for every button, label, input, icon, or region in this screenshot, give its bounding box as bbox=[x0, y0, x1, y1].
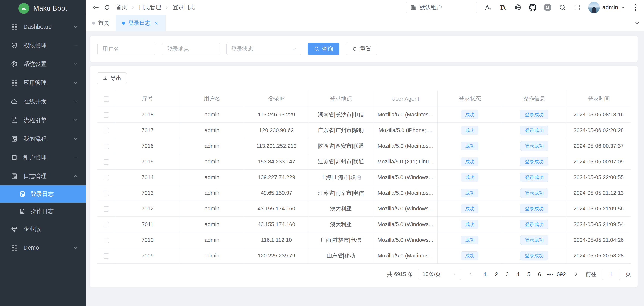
user-menu[interactable]: admin bbox=[588, 2, 626, 13]
operation-badge[interactable]: 登录成功 bbox=[520, 188, 548, 198]
row-checkbox[interactable] bbox=[104, 191, 109, 196]
sidebar-item-enterprise[interactable]: 企业版 bbox=[0, 220, 86, 238]
operation-badge[interactable]: 登录成功 bbox=[520, 141, 548, 151]
row-checkbox[interactable] bbox=[104, 206, 109, 212]
search-button[interactable] bbox=[558, 3, 566, 12]
operation-badge[interactable]: 登录成功 bbox=[520, 110, 548, 120]
pagination-total: 共 6915 条 bbox=[387, 270, 413, 278]
fold-menu-icon bbox=[92, 4, 99, 11]
page-number-2[interactable]: 2 bbox=[491, 269, 502, 279]
operation-badge[interactable]: 登录成功 bbox=[520, 173, 548, 182]
sidebar-item-label: 操作日志 bbox=[30, 207, 54, 215]
globe-icon bbox=[514, 4, 521, 11]
sidebar-item-app-management[interactable]: 应用管理 bbox=[0, 74, 86, 92]
fullscreen-button[interactable] bbox=[573, 3, 582, 12]
export-button[interactable]: 导出 bbox=[97, 72, 127, 84]
sidebar-item-my-workflow[interactable]: 我的流程 bbox=[0, 130, 86, 148]
refresh-button[interactable] bbox=[102, 2, 112, 13]
more-pages-button[interactable]: ••• bbox=[545, 269, 556, 279]
breadcrumb-home[interactable]: 首页 bbox=[116, 4, 127, 11]
tab-login-log[interactable]: 登录日志 bbox=[116, 15, 166, 31]
breadcrumb-current: 登录日志 bbox=[173, 4, 195, 11]
header-operation-info: 操作信息 bbox=[502, 91, 566, 107]
frame-icon bbox=[11, 154, 18, 161]
prev-page-button[interactable] bbox=[466, 269, 475, 279]
calendar-check-icon bbox=[11, 117, 18, 124]
sidebar-item-demo[interactable]: Demo bbox=[0, 238, 86, 257]
operation-badge[interactable]: 登录成功 bbox=[520, 204, 548, 214]
sidebar-item-workflow-engine[interactable]: 流程引擎 bbox=[0, 111, 86, 130]
language-button[interactable] bbox=[514, 3, 522, 12]
cell-username: admin bbox=[180, 201, 244, 217]
page-number-3[interactable]: 3 bbox=[502, 269, 512, 279]
row-checkbox[interactable] bbox=[104, 253, 109, 259]
translate-button[interactable] bbox=[484, 3, 492, 12]
sidebar-item-label: 应用管理 bbox=[24, 79, 73, 87]
font-size-button[interactable]: Tt bbox=[499, 3, 507, 12]
operation-badge[interactable]: 登录成功 bbox=[520, 220, 548, 229]
search-button-label: 查询 bbox=[322, 45, 333, 53]
tab-home[interactable]: 首页 bbox=[86, 15, 116, 31]
table-row: 7017 admin 120.230.90.62 广东省|广州市|移动 Mozi… bbox=[97, 123, 631, 138]
cell-login-time: 2024-05-05 21:12:13 bbox=[566, 185, 631, 201]
breadcrumb-section[interactable]: 日志管理 bbox=[139, 4, 161, 11]
operation-badge[interactable]: 登录成功 bbox=[520, 157, 548, 167]
row-checkbox[interactable] bbox=[104, 238, 109, 243]
row-checkbox[interactable] bbox=[104, 175, 109, 180]
login-location-input[interactable] bbox=[162, 43, 220, 55]
cell-login-ip: 113.201.252.219 bbox=[244, 138, 309, 154]
cell-username: admin bbox=[180, 185, 244, 201]
sidebar-item-online-dev[interactable]: 在线开发 bbox=[0, 92, 86, 111]
page-number-5[interactable]: 5 bbox=[523, 269, 534, 279]
next-page-button[interactable] bbox=[572, 269, 580, 279]
page-number-4[interactable]: 4 bbox=[512, 269, 523, 279]
row-checkbox[interactable] bbox=[104, 112, 109, 118]
sidebar-item-tenant-management[interactable]: 租户管理 bbox=[0, 148, 86, 167]
cell-user-agent: Mozilla/5.0 (Macintos... bbox=[373, 138, 438, 154]
operation-badge[interactable]: 登录成功 bbox=[520, 126, 548, 135]
sidebar-item-dashboard[interactable]: Dashboard bbox=[0, 18, 86, 36]
gitee-button[interactable]: G bbox=[544, 3, 552, 12]
cloud-icon bbox=[11, 98, 18, 105]
username-input[interactable] bbox=[97, 43, 156, 55]
tenant-select[interactable]: 默认租户 bbox=[406, 2, 477, 13]
goto-page-input[interactable] bbox=[602, 269, 620, 280]
breadcrumb: 首页 日志管理 登录日志 bbox=[116, 4, 195, 11]
cell-seq: 7015 bbox=[116, 154, 180, 170]
page-number-1[interactable]: 1 bbox=[480, 269, 491, 279]
row-checkbox[interactable] bbox=[104, 144, 109, 149]
document-user-icon bbox=[11, 135, 18, 142]
cell-login-ip: 120.225.239.79 bbox=[244, 248, 309, 264]
operation-badge[interactable]: 登录成功 bbox=[520, 235, 548, 245]
tab-list-dropdown-button[interactable] bbox=[630, 15, 644, 31]
github-button[interactable] bbox=[528, 3, 537, 12]
page-number-6[interactable]: 6 bbox=[534, 269, 545, 279]
cell-username: admin bbox=[180, 154, 244, 170]
sidebar-item-system-settings[interactable]: 系统设置 bbox=[0, 55, 86, 74]
user-name: admin bbox=[602, 4, 618, 11]
cell-login-ip: 116.1.112.10 bbox=[244, 232, 309, 248]
cell-login-location: 湖南省|长沙市|电信 bbox=[308, 107, 373, 123]
app-logo: Maku Boot bbox=[0, 0, 86, 17]
topbar: 首页 日志管理 登录日志 默认租户 Tt bbox=[86, 0, 644, 15]
page-size-select[interactable]: 10条/页 bbox=[418, 269, 461, 280]
cell-login-ip: 120.230.90.62 bbox=[244, 123, 309, 138]
close-icon[interactable] bbox=[154, 21, 159, 26]
more-options-button[interactable] bbox=[632, 3, 639, 12]
sidebar-item-login-log[interactable]: 登录日志 bbox=[0, 185, 86, 203]
page-number-last[interactable]: 692 bbox=[556, 269, 566, 279]
sidebar-collapse-button[interactable] bbox=[90, 2, 102, 13]
sidebar-item-log-management[interactable]: 日志管理 bbox=[0, 167, 86, 185]
cell-login-ip: 49.65.150.97 bbox=[244, 185, 309, 201]
login-status-select[interactable]: 登录状态 bbox=[226, 43, 301, 55]
sidebar-item-operation-log[interactable]: 操作日志 bbox=[0, 203, 86, 220]
row-checkbox[interactable] bbox=[104, 159, 109, 165]
search-button-primary[interactable]: 查询 bbox=[308, 43, 339, 55]
row-checkbox[interactable] bbox=[104, 128, 109, 133]
sidebar-item-permissions[interactable]: 权限管理 bbox=[0, 36, 86, 55]
row-checkbox[interactable] bbox=[104, 222, 109, 227]
select-all-checkbox[interactable] bbox=[104, 97, 109, 102]
operation-badge[interactable]: 登录成功 bbox=[520, 251, 548, 261]
reset-button[interactable]: 重置 bbox=[346, 43, 378, 55]
status-badge: 成功 bbox=[461, 251, 478, 260]
